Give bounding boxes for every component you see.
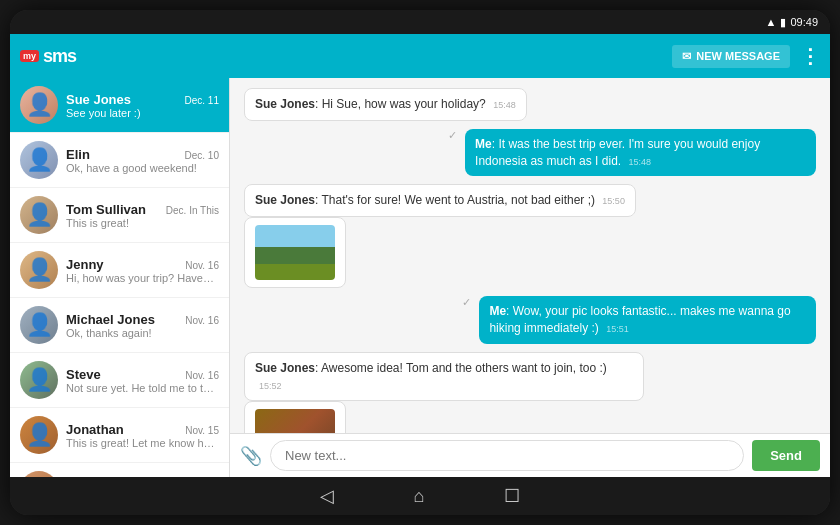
contact-preview-jonathan: This is great! Let me know how it go... [66, 437, 219, 449]
app-header: my sms ✉ NEW MESSAGE ⋮ [10, 34, 830, 78]
message-2: ✓ Me: It was the best trip ever. I'm sur… [244, 129, 816, 177]
header-actions: ✉ NEW MESSAGE ⋮ [672, 44, 820, 68]
sender-5: Sue Jones [255, 361, 315, 375]
contact-date-sue: Dec. 11 [185, 95, 219, 106]
time-4: 15:51 [606, 324, 629, 334]
contact-date-michael: Nov. 16 [185, 315, 219, 326]
more-options-button[interactable]: ⋮ [800, 44, 820, 68]
contact-item-jenny[interactable]: 👤 Jenny Nov. 16 Hi, how was your trip? H… [10, 243, 229, 298]
new-message-label: NEW MESSAGE [696, 50, 780, 62]
contact-name-sue: Sue Jones [66, 92, 131, 107]
clock: 09:49 [790, 16, 818, 28]
message-3: Sue Jones: That's for sure! We went to A… [244, 184, 816, 288]
avatar-steve: 👤 [20, 361, 58, 399]
contact-preview-tom: This is great! [66, 217, 219, 229]
bubble-5: Sue Jones: Awesome idea! Tom and the oth… [244, 352, 644, 402]
contact-name-elin: Elin [66, 147, 90, 162]
contact-item-sue[interactable]: 👤 Sue Jones Dec. 11 See you later :) [10, 78, 229, 133]
contact-preview-sue: See you later :) [66, 107, 219, 119]
contact-name-michael: Michael Jones [66, 312, 155, 327]
time-2: 15:48 [628, 157, 651, 167]
contact-item-tina[interactable]: 👤 Tina Nov. 15 [10, 463, 229, 477]
battery-icon: ▮ [780, 16, 786, 29]
logo-text: sms [43, 46, 76, 67]
logo-badge: my [20, 50, 39, 62]
recent-button[interactable]: ☐ [504, 485, 520, 507]
input-area: 📎 Send [230, 433, 830, 477]
image-container-5 [244, 401, 346, 433]
contact-info-sue: Sue Jones Dec. 11 See you later :) [66, 92, 219, 119]
sender-3: Sue Jones [255, 193, 315, 207]
new-message-button[interactable]: ✉ NEW MESSAGE [672, 45, 790, 68]
time-5: 15:52 [259, 381, 282, 391]
contact-info-michael: Michael Jones Nov. 16 Ok, thanks again! [66, 312, 219, 339]
app-logo: my sms [20, 46, 76, 67]
image-container-3 [244, 217, 346, 288]
sender-4: Me [489, 304, 506, 318]
avatar-sue: 👤 [20, 86, 58, 124]
checkmark-2: ✓ [448, 129, 457, 142]
contact-info-tom: Tom Sullivan Dec. In This This is great! [66, 202, 219, 229]
bubble-2: Me: It was the best trip ever. I'm sure … [465, 129, 816, 177]
avatar-jonathan: 👤 [20, 416, 58, 454]
checkmark-4: ✓ [462, 296, 471, 309]
contact-item-jonathan[interactable]: 👤 Jonathan Nov. 15 This is great! Let me… [10, 408, 229, 463]
contact-info-steve: Steve Nov. 16 Not sure yet. He told me t… [66, 367, 219, 394]
group-image [255, 409, 335, 433]
message-5: Sue Jones: Awesome idea! Tom and the oth… [244, 352, 816, 433]
avatar-michael: 👤 [20, 306, 58, 344]
time-3: 15:50 [602, 196, 625, 206]
contact-preview-steve: Not sure yet. He told me to talk with... [66, 382, 219, 394]
avatar-tom: 👤 [20, 196, 58, 234]
contact-info-elin: Elin Dec. 10 Ok, have a good weekend! [66, 147, 219, 174]
attach-icon[interactable]: 📎 [240, 445, 262, 467]
sender-1: Sue Jones [255, 97, 315, 111]
avatar-elin: 👤 [20, 141, 58, 179]
contact-date-tom: Dec. In This [166, 205, 219, 216]
message-input[interactable] [270, 440, 744, 471]
wifi-icon: ▲ [766, 16, 777, 28]
compose-icon: ✉ [682, 50, 691, 63]
bubble-3: Sue Jones: That's for sure! We went to A… [244, 184, 636, 217]
contact-preview-michael: Ok, thanks again! [66, 327, 219, 339]
contact-item-michael[interactable]: 👤 Michael Jones Nov. 16 Ok, thanks again… [10, 298, 229, 353]
back-button[interactable]: ◁ [320, 485, 334, 507]
message-1: Sue Jones: Hi Sue, how was your holiday?… [244, 88, 816, 121]
contact-item-tom[interactable]: 👤 Tom Sullivan Dec. In This This is grea… [10, 188, 229, 243]
contact-name-jenny: Jenny [66, 257, 104, 272]
status-icons: ▲ ▮ 09:49 [766, 16, 818, 29]
tablet-frame: ▲ ▮ 09:49 my sms ✉ NEW MESSAGE ⋮ [10, 10, 830, 515]
time-1: 15:48 [493, 100, 516, 110]
chat-messages: Sue Jones: Hi Sue, how was your holiday?… [230, 78, 830, 433]
contact-date-jonathan: Nov. 15 [185, 425, 219, 436]
avatar-jenny: 👤 [20, 251, 58, 289]
contact-name-jonathan: Jonathan [66, 422, 124, 437]
sender-2: Me [475, 137, 492, 151]
contact-date-jenny: Nov. 16 [185, 260, 219, 271]
contact-name-tom: Tom Sullivan [66, 202, 146, 217]
contact-list: 👤 Sue Jones Dec. 11 See you later :) 👤 E… [10, 78, 230, 477]
contact-date-steve: Nov. 16 [185, 370, 219, 381]
app-body: 👤 Sue Jones Dec. 11 See you later :) 👤 E… [10, 78, 830, 477]
bubble-1: Sue Jones: Hi Sue, how was your holiday?… [244, 88, 527, 121]
status-bar: ▲ ▮ 09:49 [10, 10, 830, 34]
chat-area: Sue Jones: Hi Sue, how was your holiday?… [230, 78, 830, 477]
contact-info-jenny: Jenny Nov. 16 Hi, how was your trip? Hav… [66, 257, 219, 284]
home-button[interactable]: ⌂ [414, 486, 425, 507]
bubble-4: Me: Wow, your pic looks fantastic... mak… [479, 296, 816, 344]
contact-info-jonathan: Jonathan Nov. 15 This is great! Let me k… [66, 422, 219, 449]
contact-item-elin[interactable]: 👤 Elin Dec. 10 Ok, have a good weekend! [10, 133, 229, 188]
contact-preview-elin: Ok, have a good weekend! [66, 162, 219, 174]
contact-date-elin: Dec. 10 [185, 150, 219, 161]
nav-bar: ◁ ⌂ ☐ [10, 477, 830, 515]
tablet-content: my sms ✉ NEW MESSAGE ⋮ 👤 Sue Jones Dec. … [10, 34, 830, 477]
contact-item-steve[interactable]: 👤 Steve Nov. 16 Not sure yet. He told me… [10, 353, 229, 408]
mountain-image [255, 225, 335, 280]
message-4: ✓ Me: Wow, your pic looks fantastic... m… [244, 296, 816, 344]
contact-name-steve: Steve [66, 367, 101, 382]
contact-preview-jenny: Hi, how was your trip? Haven't talk s... [66, 272, 219, 284]
send-button[interactable]: Send [752, 440, 820, 471]
